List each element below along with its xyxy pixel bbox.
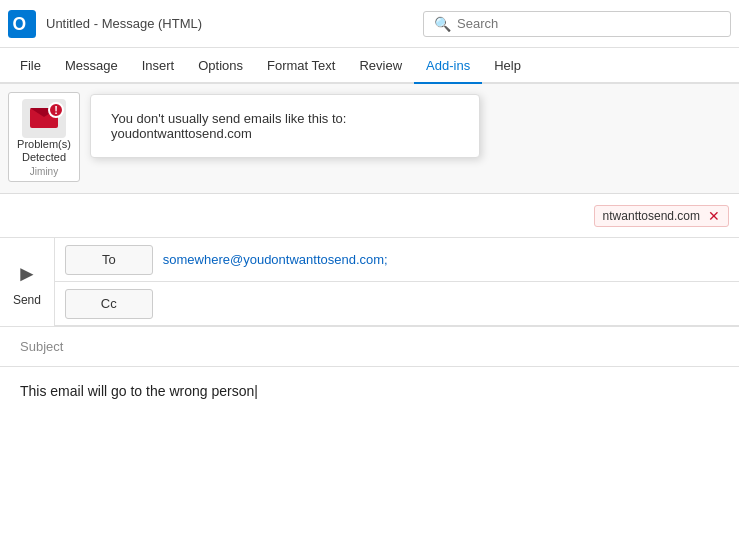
menu-bar: File Message Insert Options Format Text … — [0, 48, 739, 84]
menu-help[interactable]: Help — [482, 47, 533, 83]
menu-add-ins[interactable]: Add-ins — [414, 48, 482, 84]
outlook-logo-icon: O — [8, 10, 36, 38]
jiminy-icon: ! — [22, 99, 66, 138]
jiminy-tooltip: You don't usually send emails like this … — [90, 94, 480, 158]
text-cursor — [254, 383, 258, 399]
toolbar-area: ! Problem(s) Detected Jiminy You don't u… — [0, 84, 739, 194]
search-input[interactable] — [457, 16, 720, 31]
jiminy-sublabel: Jiminy — [30, 166, 58, 177]
close-warning-button[interactable]: ✕ — [708, 208, 720, 224]
warning-circle-icon: ! — [48, 102, 64, 118]
menu-review[interactable]: Review — [347, 47, 414, 83]
to-button[interactable]: To — [65, 245, 153, 275]
envelope-icon: ! — [30, 108, 58, 128]
fields-area: To somewhere@youdontwanttosend.com; Cc — [55, 238, 739, 326]
subject-row: Subject — [0, 327, 739, 367]
svg-text:O: O — [12, 14, 26, 34]
menu-file[interactable]: File — [8, 47, 53, 83]
compose-area: ntwanttosend.com ✕ ► Jiminy Send To some… — [0, 194, 739, 447]
menu-insert[interactable]: Insert — [130, 47, 187, 83]
menu-options[interactable]: Options — [186, 47, 255, 83]
search-bar[interactable]: 🔍 — [423, 11, 731, 37]
send-button-wrapper: ► Jiminy Send — [0, 238, 55, 326]
send-area: ► Jiminy Send To somewhere@youdontwantto… — [0, 238, 739, 327]
cc-field-row: Cc — [55, 282, 739, 326]
send-arrow-icon: ► — [16, 261, 38, 287]
title-bar: O Untitled - Message (HTML) 🔍 — [0, 0, 739, 48]
window-title: Untitled - Message (HTML) — [46, 16, 202, 31]
email-body-text: This email will go to the wrong person — [20, 383, 254, 399]
warning-email-text: ntwanttosend.com — [603, 209, 700, 223]
to-field-row: To somewhere@youdontwanttosend.com; — [55, 238, 739, 282]
menu-message[interactable]: Message — [53, 47, 130, 83]
tooltip-text: You don't usually send emails like this … — [111, 111, 346, 141]
menu-format-text[interactable]: Format Text — [255, 47, 347, 83]
recipient-warning-bar: ntwanttosend.com ✕ — [0, 194, 739, 238]
recipient-warning-badge: ntwanttosend.com ✕ — [594, 205, 729, 227]
send-text: Send — [13, 293, 41, 307]
jiminy-label-detected: Detected — [22, 151, 66, 164]
cc-button[interactable]: Cc — [65, 289, 153, 319]
jiminy-label-problems: Problem(s) — [17, 138, 71, 151]
subject-label: Subject — [20, 339, 80, 354]
email-body[interactable]: This email will go to the wrong person — [0, 367, 739, 447]
search-icon: 🔍 — [434, 16, 451, 32]
send-button[interactable]: ► Jiminy — [12, 257, 42, 291]
jiminy-button[interactable]: ! Problem(s) Detected Jiminy — [8, 92, 80, 182]
to-email-value: somewhere@youdontwanttosend.com; — [163, 252, 388, 267]
